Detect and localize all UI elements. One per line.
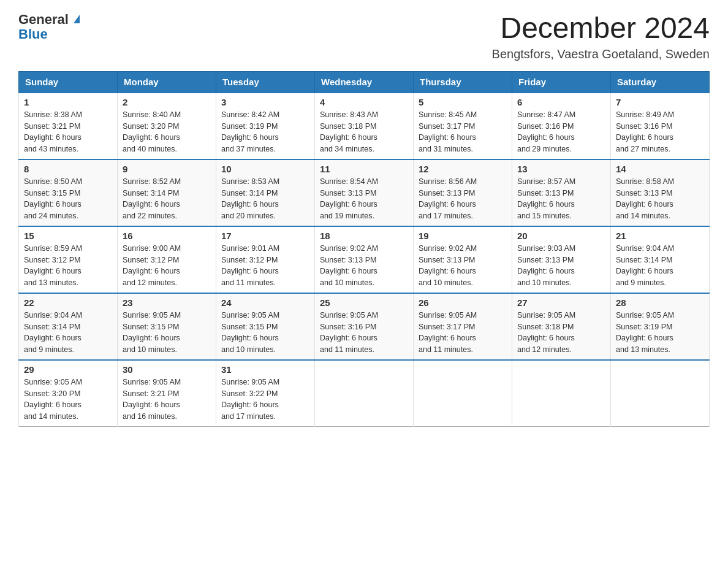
week-row-4: 22 Sunrise: 9:04 AMSunset: 3:14 PMDaylig… (19, 293, 710, 360)
day-info: Sunrise: 8:49 AMSunset: 3:16 PMDaylight:… (616, 110, 674, 153)
calendar-cell: 27 Sunrise: 9:05 AMSunset: 3:18 PMDaylig… (512, 293, 611, 360)
calendar-cell: 24 Sunrise: 9:05 AMSunset: 3:15 PMDaylig… (216, 293, 315, 360)
page-header: General Blue December 2024 Bengtsfors, V… (18, 12, 710, 61)
header-tuesday: Tuesday (216, 71, 315, 93)
day-info: Sunrise: 8:45 AMSunset: 3:17 PMDaylight:… (419, 110, 477, 153)
day-info: Sunrise: 8:47 AMSunset: 3:16 PMDaylight:… (517, 110, 575, 153)
calendar-cell: 22 Sunrise: 9:04 AMSunset: 3:14 PMDaylig… (19, 293, 118, 360)
day-info: Sunrise: 9:05 AMSunset: 3:16 PMDaylight:… (320, 311, 378, 354)
day-number: 21 (616, 231, 704, 241)
calendar-cell: 31 Sunrise: 9:05 AMSunset: 3:22 PMDaylig… (216, 360, 315, 427)
day-info: Sunrise: 8:42 AMSunset: 3:19 PMDaylight:… (221, 110, 279, 153)
day-number: 23 (123, 297, 211, 308)
day-number: 13 (517, 164, 605, 174)
calendar-cell (315, 360, 414, 427)
calendar-cell: 29 Sunrise: 9:05 AMSunset: 3:20 PMDaylig… (19, 360, 118, 427)
day-info: Sunrise: 8:58 AMSunset: 3:13 PMDaylight:… (616, 177, 674, 220)
day-info: Sunrise: 9:01 AMSunset: 3:12 PMDaylight:… (221, 244, 279, 287)
day-number: 25 (320, 297, 408, 308)
calendar-header-row: SundayMondayTuesdayWednesdayThursdayFrid… (19, 71, 710, 93)
day-info: Sunrise: 9:05 AMSunset: 3:15 PMDaylight:… (123, 311, 181, 354)
logo: General Blue (18, 12, 83, 42)
day-number: 8 (24, 164, 112, 174)
day-info: Sunrise: 8:56 AMSunset: 3:13 PMDaylight:… (419, 177, 477, 220)
week-row-3: 15 Sunrise: 8:59 AMSunset: 3:12 PMDaylig… (19, 226, 710, 293)
header-wednesday: Wednesday (315, 71, 414, 93)
calendar-cell: 18 Sunrise: 9:02 AMSunset: 3:13 PMDaylig… (315, 226, 414, 293)
calendar-cell: 9 Sunrise: 8:52 AMSunset: 3:14 PMDayligh… (118, 159, 216, 226)
calendar-cell: 30 Sunrise: 9:05 AMSunset: 3:21 PMDaylig… (118, 360, 216, 427)
day-info: Sunrise: 9:02 AMSunset: 3:13 PMDaylight:… (320, 244, 378, 287)
day-number: 30 (123, 364, 211, 375)
calendar-cell: 2 Sunrise: 8:40 AMSunset: 3:20 PMDayligh… (118, 93, 216, 159)
day-info: Sunrise: 9:05 AMSunset: 3:18 PMDaylight:… (517, 311, 575, 354)
day-info: Sunrise: 9:05 AMSunset: 3:15 PMDaylight:… (221, 311, 279, 354)
calendar-cell: 12 Sunrise: 8:56 AMSunset: 3:13 PMDaylig… (414, 159, 512, 226)
day-info: Sunrise: 8:43 AMSunset: 3:18 PMDaylight:… (320, 110, 378, 153)
header-friday: Friday (512, 71, 611, 93)
header-monday: Monday (118, 71, 216, 93)
calendar-cell (414, 360, 512, 427)
calendar-cell: 4 Sunrise: 8:43 AMSunset: 3:18 PMDayligh… (315, 93, 414, 159)
day-info: Sunrise: 8:59 AMSunset: 3:12 PMDaylight:… (24, 244, 82, 287)
logo-text-general: General (18, 12, 69, 27)
header-saturday: Saturday (611, 71, 710, 93)
day-number: 31 (221, 364, 309, 375)
day-number: 27 (517, 297, 605, 308)
day-number: 20 (517, 231, 605, 241)
calendar-cell: 7 Sunrise: 8:49 AMSunset: 3:16 PMDayligh… (611, 93, 710, 159)
calendar-cell: 26 Sunrise: 9:05 AMSunset: 3:17 PMDaylig… (414, 293, 512, 360)
day-number: 2 (123, 97, 211, 107)
day-number: 16 (123, 231, 211, 241)
logo-text-blue: Blue (18, 27, 48, 42)
day-number: 3 (221, 97, 309, 107)
day-number: 18 (320, 231, 408, 241)
calendar-cell: 19 Sunrise: 9:02 AMSunset: 3:13 PMDaylig… (414, 226, 512, 293)
calendar-cell: 17 Sunrise: 9:01 AMSunset: 3:12 PMDaylig… (216, 226, 315, 293)
calendar-cell (611, 360, 710, 427)
calendar-cell: 6 Sunrise: 8:47 AMSunset: 3:16 PMDayligh… (512, 93, 611, 159)
svg-marker-0 (74, 15, 80, 23)
day-info: Sunrise: 8:53 AMSunset: 3:14 PMDaylight:… (221, 177, 279, 220)
calendar-cell: 3 Sunrise: 8:42 AMSunset: 3:19 PMDayligh… (216, 93, 315, 159)
day-info: Sunrise: 9:04 AMSunset: 3:14 PMDaylight:… (616, 244, 674, 287)
day-info: Sunrise: 9:05 AMSunset: 3:17 PMDaylight:… (419, 311, 477, 354)
week-row-1: 1 Sunrise: 8:38 AMSunset: 3:21 PMDayligh… (19, 93, 710, 159)
day-info: Sunrise: 9:04 AMSunset: 3:14 PMDaylight:… (24, 311, 82, 354)
calendar-cell: 10 Sunrise: 8:53 AMSunset: 3:14 PMDaylig… (216, 159, 315, 226)
calendar-cell: 23 Sunrise: 9:05 AMSunset: 3:15 PMDaylig… (118, 293, 216, 360)
week-row-2: 8 Sunrise: 8:50 AMSunset: 3:15 PMDayligh… (19, 159, 710, 226)
day-number: 9 (123, 164, 211, 174)
day-info: Sunrise: 9:02 AMSunset: 3:13 PMDaylight:… (419, 244, 477, 287)
day-number: 11 (320, 164, 408, 174)
day-info: Sunrise: 8:50 AMSunset: 3:15 PMDaylight:… (24, 177, 82, 220)
day-info: Sunrise: 8:52 AMSunset: 3:14 PMDaylight:… (123, 177, 181, 220)
calendar-cell: 5 Sunrise: 8:45 AMSunset: 3:17 PMDayligh… (414, 93, 512, 159)
day-info: Sunrise: 9:00 AMSunset: 3:12 PMDaylight:… (123, 244, 181, 287)
header-thursday: Thursday (414, 71, 512, 93)
calendar-cell: 8 Sunrise: 8:50 AMSunset: 3:15 PMDayligh… (19, 159, 118, 226)
calendar-cell: 1 Sunrise: 8:38 AMSunset: 3:21 PMDayligh… (19, 93, 118, 159)
day-info: Sunrise: 9:05 AMSunset: 3:19 PMDaylight:… (616, 311, 674, 354)
day-info: Sunrise: 8:40 AMSunset: 3:20 PMDaylight:… (123, 110, 181, 153)
day-number: 1 (24, 97, 112, 107)
day-number: 17 (221, 231, 309, 241)
day-number: 26 (419, 297, 507, 308)
calendar-cell: 13 Sunrise: 8:57 AMSunset: 3:13 PMDaylig… (512, 159, 611, 226)
day-number: 12 (419, 164, 507, 174)
calendar-cell: 20 Sunrise: 9:03 AMSunset: 3:13 PMDaylig… (512, 226, 611, 293)
day-number: 28 (616, 297, 704, 308)
day-number: 15 (24, 231, 112, 241)
day-number: 10 (221, 164, 309, 174)
day-info: Sunrise: 9:05 AMSunset: 3:20 PMDaylight:… (24, 378, 82, 421)
calendar-cell: 11 Sunrise: 8:54 AMSunset: 3:13 PMDaylig… (315, 159, 414, 226)
day-number: 29 (24, 364, 112, 375)
day-info: Sunrise: 9:03 AMSunset: 3:13 PMDaylight:… (517, 244, 575, 287)
logo-triangle-icon (70, 12, 83, 26)
header-sunday: Sunday (19, 71, 118, 93)
week-row-5: 29 Sunrise: 9:05 AMSunset: 3:20 PMDaylig… (19, 360, 710, 427)
calendar-table: SundayMondayTuesdayWednesdayThursdayFrid… (18, 71, 710, 427)
day-number: 6 (517, 97, 605, 107)
calendar-cell: 25 Sunrise: 9:05 AMSunset: 3:16 PMDaylig… (315, 293, 414, 360)
day-number: 22 (24, 297, 112, 308)
